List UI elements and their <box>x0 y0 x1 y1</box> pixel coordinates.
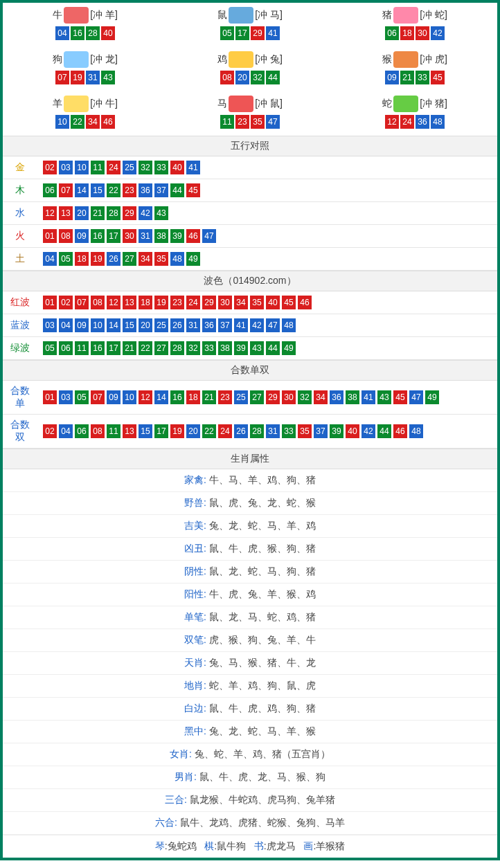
attr-key: 双笔 <box>184 634 204 645</box>
zodiac-clash: [冲 鼠] <box>255 98 283 110</box>
attr-row: 单笔: 鼠、龙、马、蛇、鸡、猪 <box>3 606 497 629</box>
zodiac-cell: 马[冲 鼠]11233547 <box>168 91 332 136</box>
attr-row: 家禽: 牛、马、羊、鸡、狗、猪 <box>3 469 497 492</box>
number-ball: 21 <box>91 206 105 220</box>
number-ball: 04 <box>59 424 73 438</box>
number-ball: 44 <box>266 341 280 355</box>
zodiac-cell: 鸡[冲 兔]08203244 <box>168 47 332 91</box>
attr-key: 家禽 <box>184 474 204 485</box>
zodiac-icon <box>393 96 418 112</box>
number-ball: 47 <box>409 390 423 404</box>
number-ball: 39 <box>234 341 248 355</box>
colon-separator: : <box>204 680 209 691</box>
number-ball: 36 <box>202 318 216 332</box>
colon-separator: : <box>204 520 209 531</box>
number-ball: 06 <box>385 26 399 40</box>
attr-key: 单笔 <box>184 611 204 622</box>
bottom-row: 琴:兔蛇鸡 棋:鼠牛狗 书:虎龙马 画:羊猴猪 <box>3 835 497 858</box>
number-ball: 14 <box>154 390 168 404</box>
number-ball: 25 <box>123 161 136 174</box>
bottom-value: 羊猴猪 <box>316 840 345 851</box>
attr-key: 天肖 <box>184 657 204 668</box>
row-label: 火 <box>3 225 37 248</box>
zodiac-clash: [冲 虎] <box>420 53 447 66</box>
bottom-key: 画 <box>303 840 313 851</box>
zodiac-clash: [冲 猪] <box>420 98 447 110</box>
number-ball: 19 <box>154 296 168 309</box>
number-ball: 11 <box>220 115 234 129</box>
number-ball: 12 <box>43 206 57 220</box>
number-ball: 16 <box>91 229 105 243</box>
number-ball: 39 <box>170 229 184 243</box>
attr-key: 女肖 <box>170 748 189 759</box>
number-ball: 29 <box>202 296 216 309</box>
attr-value: 蛇、羊、鸡、狗、鼠、虎 <box>209 680 316 691</box>
number-ball: 13 <box>59 206 73 220</box>
number-ball: 22 <box>202 424 216 438</box>
number-ball: 46 <box>186 229 200 243</box>
number-ball: 15 <box>123 318 136 332</box>
number-ball: 30 <box>416 26 429 40</box>
number-ball: 08 <box>91 296 105 309</box>
number-ball: 18 <box>75 252 89 266</box>
number-ball: 40 <box>170 161 184 174</box>
attr-row: 阴性: 鼠、龙、蛇、马、狗、猪 <box>3 561 497 584</box>
zodiac-title-row: 羊[冲 牛] <box>3 96 168 112</box>
zodiac-cell: 牛[冲 羊]04162840 <box>3 3 168 47</box>
zodiac-cell: 狗[冲 龙]07193143 <box>3 47 168 91</box>
attr-row: 六合: 鼠牛、龙鸡、虎猪、蛇猴、兔狗、马羊 <box>3 812 497 835</box>
zodiac-icon <box>393 7 418 24</box>
zodiac-icon <box>64 51 89 68</box>
number-ball: 18 <box>139 296 152 309</box>
number-ball: 21 <box>202 390 216 404</box>
zodiac-icon <box>393 51 418 68</box>
number-ball: 21 <box>400 71 414 84</box>
zodiac-name: 鸡 <box>217 53 227 66</box>
zodiac-cell: 猴[冲 虎]09213345 <box>332 47 497 91</box>
attr-row: 阳性: 牛、虎、兔、羊、猴、鸡 <box>3 584 497 606</box>
colon-separator: : <box>204 634 209 645</box>
zodiac-balls: 12243648 <box>332 115 497 129</box>
number-ball: 07 <box>55 71 69 84</box>
bose-table: 红波0102070812131819232429303435404546蓝波03… <box>3 291 497 360</box>
attr-key: 野兽 <box>184 497 204 508</box>
number-ball: 09 <box>75 318 89 332</box>
number-ball: 06 <box>59 341 73 355</box>
zodiac-name: 蛇 <box>382 98 392 110</box>
number-ball: 22 <box>107 183 120 197</box>
number-ball: 44 <box>170 183 184 197</box>
number-ball: 26 <box>107 252 120 266</box>
number-ball: 07 <box>59 183 73 197</box>
table-row: 合数单0103050709101214161821232527293032343… <box>3 381 497 415</box>
number-ball: 18 <box>186 390 200 404</box>
attr-key: 黑中 <box>184 725 204 736</box>
number-ball: 35 <box>251 115 265 129</box>
table-row: 木06071415222336374445 <box>3 179 497 202</box>
number-ball: 39 <box>330 424 343 438</box>
header-bose: 波色（014902.com） <box>3 271 497 291</box>
colon-separator: : <box>204 497 209 508</box>
zodiac-balls: 07193143 <box>3 71 168 84</box>
zodiac-clash: [冲 马] <box>255 9 283 21</box>
row-label: 金 <box>3 156 37 179</box>
row-label: 绿波 <box>3 337 37 360</box>
number-ball: 33 <box>282 424 296 438</box>
header-wuxing: 五行对照 <box>3 136 497 156</box>
colon-separator: : <box>204 588 209 599</box>
attr-key: 阴性 <box>184 566 204 577</box>
number-ball: 01 <box>43 390 57 404</box>
number-ball: 49 <box>282 341 296 355</box>
number-ball: 45 <box>431 71 445 84</box>
table-row: 绿波05061116172122272832333839434449 <box>3 337 497 360</box>
number-ball: 45 <box>393 390 407 404</box>
zodiac-name: 猴 <box>382 53 392 66</box>
number-ball: 38 <box>218 341 232 355</box>
number-ball: 19 <box>170 424 184 438</box>
table-row: 水1213202128294243 <box>3 202 497 225</box>
number-ball: 09 <box>75 229 89 243</box>
number-ball: 29 <box>251 26 265 40</box>
number-ball: 12 <box>107 296 120 309</box>
zodiac-grid: 牛[冲 羊]04162840鼠[冲 马]05172941猪[冲 蛇]061830… <box>3 3 497 136</box>
zodiac-name: 鼠 <box>217 9 227 21</box>
bottom-value: 兔蛇鸡 <box>168 840 197 851</box>
